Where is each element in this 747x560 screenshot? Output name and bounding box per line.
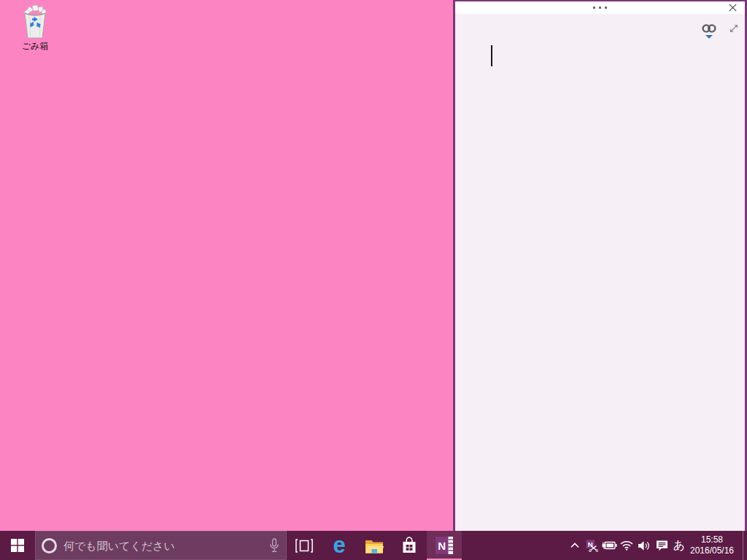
clock-time: 15:58 [701,534,723,545]
taskbar-edge-button[interactable]: e [322,531,357,560]
system-tray: N [567,531,747,560]
note-window [453,0,747,531]
tray-action-center-button[interactable] [653,531,670,560]
svg-text:N: N [438,540,446,552]
note-titlebar[interactable] [455,1,745,14]
linked-note-button[interactable] [701,23,717,39]
action-center-icon [656,540,668,552]
start-button[interactable] [0,531,35,560]
close-button[interactable] [723,1,742,14]
onenote-clipper-icon: N [586,540,598,552]
note-editor[interactable] [455,14,745,531]
taskbar: e [0,531,747,560]
taskbar-store-button[interactable] [392,531,427,560]
chevron-up-icon [570,542,579,548]
cortana-search-box[interactable] [35,531,287,560]
chevron-down-icon [705,35,713,39]
desktop-background[interactable]: ごみ箱 [0,0,747,560]
wifi-icon [620,540,633,551]
task-view-button[interactable] [287,531,322,560]
more-options-icon[interactable] [584,3,616,12]
recycle-bin-label: ごみ箱 [22,41,49,51]
recycle-bin-icon[interactable]: ごみ箱 [6,4,64,51]
tray-onenote-clipper-button[interactable]: N [583,531,600,560]
taskbar-clock[interactable]: 15:58 2016/05/16 [688,531,743,560]
close-icon [729,4,737,12]
text-caret [491,45,492,66]
expand-icon [728,23,740,34]
microphone-icon[interactable] [269,538,279,553]
show-desktop-button[interactable] [743,531,747,560]
note-toolbar [701,23,740,39]
taskbar-file-explorer-button[interactable] [357,531,392,560]
windows-logo-icon [11,539,24,552]
tray-ime-mode-button[interactable]: あ [670,531,688,560]
tray-network-button[interactable] [618,531,635,560]
expand-button[interactable] [728,23,740,37]
link-icon [701,23,717,34]
taskbar-onenote-button[interactable]: N [427,531,462,560]
edge-icon: e [333,535,345,556]
tray-volume-button[interactable] [635,531,653,560]
tray-show-hidden-icons-button[interactable] [567,531,583,560]
file-explorer-icon [365,538,384,553]
cortana-icon [42,538,57,553]
task-view-icon [295,539,313,553]
store-icon [402,537,417,554]
speaker-icon [638,540,651,551]
clock-date: 2016/05/16 [690,545,734,556]
battery-charging-icon [602,540,617,551]
recycle-bin-glyph [20,4,50,39]
search-input[interactable] [63,540,263,552]
onenote-icon: N [436,537,453,554]
tray-battery-button[interactable] [600,531,618,560]
